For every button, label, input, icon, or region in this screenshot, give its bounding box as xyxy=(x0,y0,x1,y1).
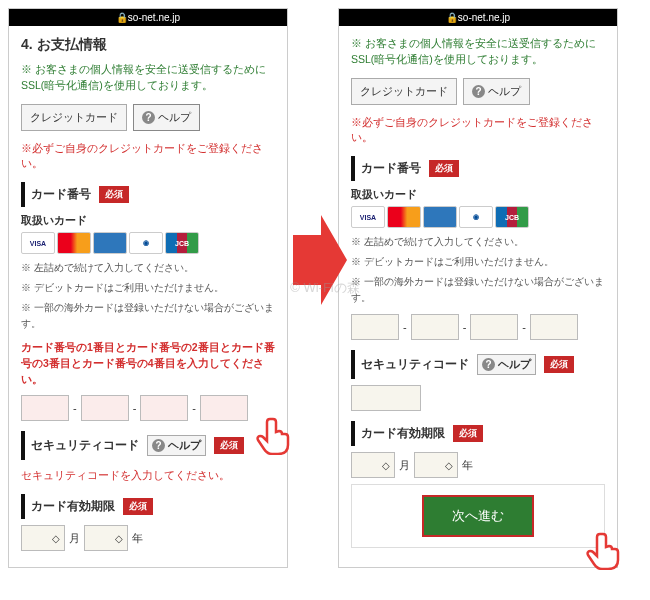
phone-left: 🔒so-net.ne.jp 4. お支払情報 ※ お客さまの個人情報を安全に送受… xyxy=(8,8,288,568)
required-badge: 必須 xyxy=(123,498,153,515)
hint-2: ※ デビットカードはご利用いただけません。 xyxy=(351,254,605,270)
expiry-year-select[interactable]: ◇ xyxy=(84,525,128,551)
expiry-month-select[interactable]: ◇ xyxy=(351,452,395,478)
hint-1: ※ 左詰めで続けて入力してください。 xyxy=(351,234,605,250)
diners-icon: ◉ xyxy=(129,232,163,254)
accepted-cards: VISA ◉ JCB xyxy=(21,232,275,254)
pointer-hand-icon xyxy=(255,415,295,457)
svg-marker-0 xyxy=(293,215,347,305)
hint-1: ※ 左詰めで続けて入力してください。 xyxy=(21,260,275,276)
status-bar: 🔒so-net.ne.jp xyxy=(9,9,287,26)
help-button[interactable]: ?ヘルプ xyxy=(463,78,530,105)
visa-icon: VISA xyxy=(21,232,55,254)
required-badge: 必須 xyxy=(99,186,129,203)
tab-credit-card[interactable]: クレジットカード xyxy=(21,104,127,131)
arrow-icon xyxy=(293,210,347,312)
help-button-sec[interactable]: ?ヘルプ xyxy=(477,354,536,375)
help-button-sec[interactable]: ?ヘルプ xyxy=(147,435,206,456)
card-num-4[interactable] xyxy=(200,395,248,421)
tab-credit-card[interactable]: クレジットカード xyxy=(351,78,457,105)
hint-3: ※ 一部の海外カードは登録いただけない場合がございます。 xyxy=(351,274,605,306)
card-num-2[interactable] xyxy=(411,314,459,340)
page-title: 4. お支払情報 xyxy=(21,36,275,54)
security-code-heading: セキュリティコード ?ヘルプ 必須 xyxy=(351,350,605,379)
amex-icon xyxy=(93,232,127,254)
phone-right: 🔒so-net.ne.jp ※ お客さまの個人情報を安全に送受信するためにSSL… xyxy=(338,8,618,568)
visa-icon: VISA xyxy=(351,206,385,228)
security-code-error: セキュリティコードを入力してください。 xyxy=(21,468,275,484)
card-number-heading: カード番号 必須 xyxy=(351,156,605,181)
mastercard-icon xyxy=(387,206,421,228)
jcb-icon: JCB xyxy=(165,232,199,254)
ssl-notice: ※ お客さまの個人情報を安全に送受信するためにSSL(暗号化通信)を使用しており… xyxy=(21,62,275,94)
next-button[interactable]: 次へ進む xyxy=(422,495,534,537)
required-badge: 必須 xyxy=(429,160,459,177)
help-icon: ? xyxy=(142,111,155,124)
ssl-notice: ※ お客さまの個人情報を安全に送受信するためにSSL(暗号化通信)を使用しており… xyxy=(351,36,605,68)
hint-3: ※ 一部の海外カードは登録いただけない場合がございます。 xyxy=(21,300,275,332)
help-button[interactable]: ?ヘルプ xyxy=(133,104,200,131)
amex-icon xyxy=(423,206,457,228)
card-num-3[interactable] xyxy=(140,395,188,421)
accepted-cards: VISA ◉ JCB xyxy=(351,206,605,228)
card-number-row: - - - xyxy=(21,395,275,421)
help-icon: ? xyxy=(482,358,495,371)
own-card-warning: ※必ずご自身のクレジットカードをご登録ください。 xyxy=(21,141,275,173)
own-card-warning: ※必ずご自身のクレジットカードをご登録ください。 xyxy=(351,115,605,147)
required-badge: 必須 xyxy=(214,437,244,454)
accepted-cards-label: 取扱いカード xyxy=(351,187,605,202)
card-number-row: - - - xyxy=(351,314,605,340)
hint-2: ※ デビットカードはご利用いただけません。 xyxy=(21,280,275,296)
required-badge: 必須 xyxy=(453,425,483,442)
expiry-year-select[interactable]: ◇ xyxy=(414,452,458,478)
card-num-2[interactable] xyxy=(81,395,129,421)
card-num-4[interactable] xyxy=(530,314,578,340)
security-code-input[interactable] xyxy=(351,385,421,411)
jcb-icon: JCB xyxy=(495,206,529,228)
pointer-hand-icon xyxy=(585,530,625,572)
diners-icon: ◉ xyxy=(459,206,493,228)
expiry-heading: カード有効期限 必須 xyxy=(351,421,605,446)
status-bar: 🔒so-net.ne.jp xyxy=(339,9,617,26)
help-icon: ? xyxy=(152,439,165,452)
security-code-heading: セキュリティコード ?ヘルプ 必須 xyxy=(21,431,275,460)
card-num-3[interactable] xyxy=(470,314,518,340)
card-num-1[interactable] xyxy=(351,314,399,340)
expiry-month-select[interactable]: ◇ xyxy=(21,525,65,551)
expiry-heading: カード有効期限 必須 xyxy=(21,494,275,519)
card-number-error: カード番号の1番目とカード番号の2番目とカード番号の3番目とカード番号の4番目を… xyxy=(21,340,275,387)
submit-wrap: 次へ進む xyxy=(351,484,605,548)
card-number-heading: カード番号 必須 xyxy=(21,182,275,207)
required-badge: 必須 xyxy=(544,356,574,373)
card-num-1[interactable] xyxy=(21,395,69,421)
mastercard-icon xyxy=(57,232,91,254)
accepted-cards-label: 取扱いカード xyxy=(21,213,275,228)
help-icon: ? xyxy=(472,85,485,98)
